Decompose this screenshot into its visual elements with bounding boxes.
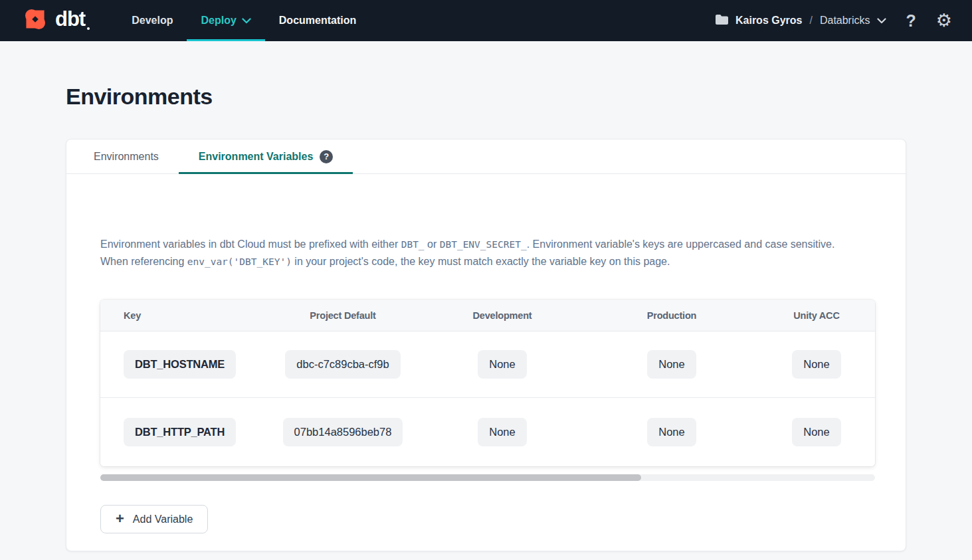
tab-bar: Environments Environment Variables ? <box>66 140 906 174</box>
column-header-project-default: Project Default <box>266 310 419 321</box>
dbt-logo[interactable]: dbt <box>20 4 90 37</box>
project-default-cell[interactable]: dbc-c7c89cba-cf9b <box>285 350 400 379</box>
deployment-name: Databricks <box>820 15 870 27</box>
desc-text: in your project's code, the key must mat… <box>292 256 670 267</box>
nav-develop-label: Develop <box>132 15 173 27</box>
desc-code-secret-prefix: DBT_ENV_SECRET_ <box>440 239 527 250</box>
desc-code-dbt-prefix: DBT_ <box>401 239 425 250</box>
chevron-down-icon <box>242 15 251 27</box>
top-navigation: dbt Develop Deploy Documentation Kairos … <box>0 0 972 41</box>
dbt-logo-wordmark: dbt <box>55 4 90 35</box>
breadcrumb-separator: / <box>809 15 813 27</box>
help-circle-icon[interactable]: ? <box>320 150 333 163</box>
nav-deploy-label: Deploy <box>201 15 236 27</box>
production-cell[interactable]: None <box>647 350 696 379</box>
desc-text: When referencing <box>100 256 187 267</box>
column-header-development: Development <box>419 310 585 321</box>
column-header-unity-acc: Unity ACC <box>758 310 875 321</box>
project-name: Kairos Gyros <box>735 15 802 27</box>
production-cell[interactable]: None <box>647 418 696 446</box>
desc-code-env-var: env_var('DBT_KEY') <box>187 256 292 267</box>
table-row: DBT_HTTP_PATH 07bb14a8596beb78 None None… <box>100 397 875 466</box>
env-vars-description: Environment variables in dbt Cloud must … <box>100 236 878 270</box>
help-button[interactable]: ? <box>906 13 916 29</box>
unity-acc-cell[interactable]: None <box>792 418 840 446</box>
development-cell[interactable]: None <box>478 350 526 379</box>
question-mark-glyph: ? <box>324 151 329 161</box>
add-variable-button[interactable]: + Add Variable <box>100 505 208 533</box>
chevron-down-icon <box>877 15 886 27</box>
dbt-logo-icon <box>20 4 50 37</box>
desc-text: . Environment variable's keys are upperc… <box>527 238 835 250</box>
horizontal-scrollbar[interactable] <box>100 474 875 481</box>
environments-card: Environments Environment Variables ? Env… <box>66 139 906 551</box>
tab-environment-variables[interactable]: Environment Variables ? <box>179 140 353 173</box>
tab-environments-label: Environments <box>94 151 159 163</box>
nav-item-develop[interactable]: Develop <box>118 0 187 41</box>
project-default-cell[interactable]: 07bb14a8596beb78 <box>283 418 403 446</box>
var-key-cell[interactable]: DBT_HTTP_PATH <box>124 418 236 446</box>
nav-documentation-label: Documentation <box>279 15 356 27</box>
plus-icon: + <box>116 512 124 526</box>
folder-icon <box>715 14 729 28</box>
horizontal-scrollbar-thumb[interactable] <box>100 474 641 481</box>
question-mark-icon: ? <box>906 13 916 29</box>
nav-item-deploy[interactable]: Deploy <box>187 0 264 41</box>
account-project-switcher[interactable]: Kairos Gyros / Databricks <box>715 14 886 28</box>
unity-acc-cell[interactable]: None <box>792 350 840 379</box>
column-header-key: Key <box>100 310 266 321</box>
env-vars-table: Key Project Default Development Producti… <box>100 300 875 466</box>
desc-text: Environment variables in dbt Cloud must … <box>100 238 401 250</box>
settings-button[interactable]: ⚙ <box>936 12 952 30</box>
var-key-cell[interactable]: DBT_HOSTNAME <box>124 350 236 379</box>
development-cell[interactable]: None <box>478 418 526 446</box>
tab-environment-variables-label: Environment Variables <box>199 151 314 163</box>
nav-item-documentation[interactable]: Documentation <box>265 0 370 41</box>
table-row: DBT_HOSTNAME dbc-c7c89cba-cf9b None None… <box>100 331 875 397</box>
table-header-row: Key Project Default Development Producti… <box>100 300 875 331</box>
page-title: Environments <box>66 84 972 110</box>
tab-environments[interactable]: Environments <box>74 140 179 173</box>
gear-icon: ⚙ <box>936 12 952 30</box>
desc-text: or <box>425 238 440 250</box>
add-variable-label: Add Variable <box>133 513 193 525</box>
column-header-production: Production <box>585 310 758 321</box>
